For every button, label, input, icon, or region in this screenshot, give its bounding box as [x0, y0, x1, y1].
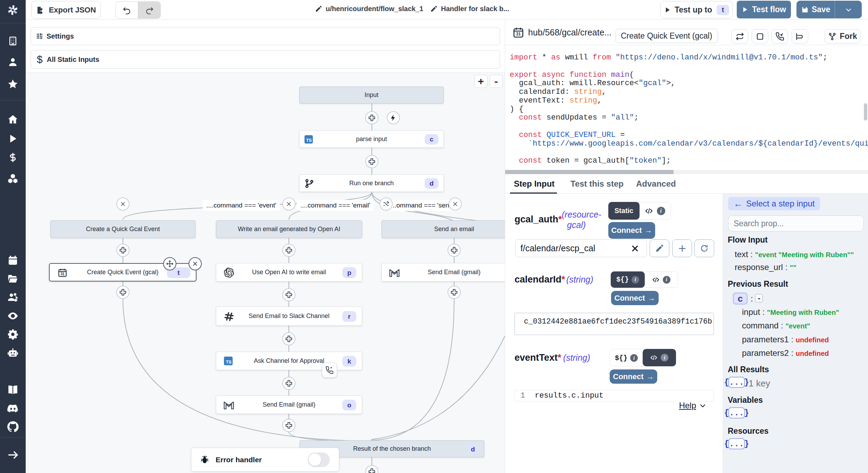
svg-text:31: 31: [516, 32, 521, 36]
